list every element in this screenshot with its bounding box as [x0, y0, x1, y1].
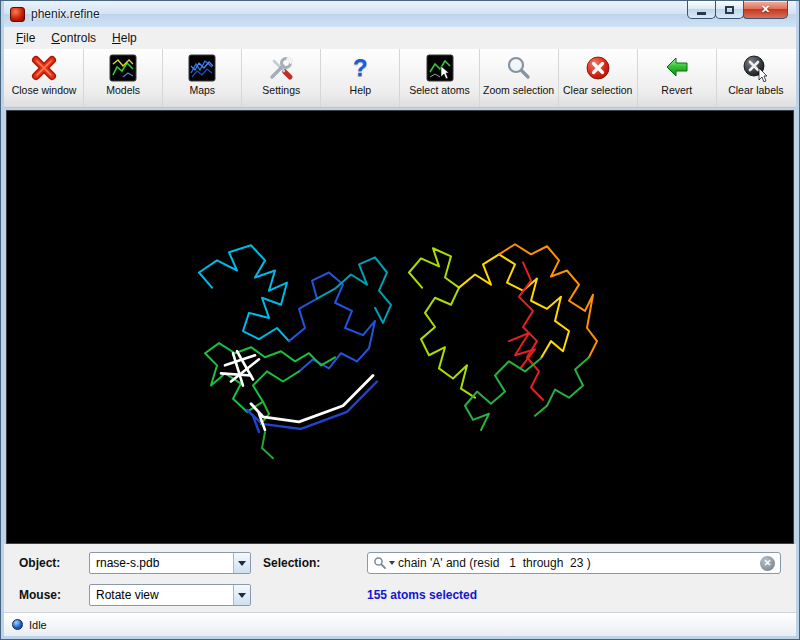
mouse-mode-dropdown-button[interactable]	[233, 585, 250, 605]
menu-bar: File Controls Help	[4, 27, 796, 49]
minimize-icon	[697, 12, 706, 15]
clear-labels-label: Clear labels	[728, 84, 783, 96]
maps-label: Maps	[189, 84, 215, 96]
object-select-dropdown-button[interactable]	[233, 553, 250, 573]
chevron-down-icon	[238, 561, 246, 566]
selection-input[interactable]: chain 'A' and (resid 1 through 23 ) ✕	[367, 552, 781, 574]
close-icon: ✕	[761, 3, 770, 16]
object-select[interactable]: rnase-s.pdb	[89, 552, 251, 574]
mouse-mode-select[interactable]: Rotate view	[89, 584, 251, 606]
zoom-selection-icon	[504, 52, 534, 84]
close-window-label: Close window	[12, 84, 77, 96]
object-label: Object:	[19, 556, 77, 570]
zoom-selection-label: Zoom selection	[483, 84, 554, 96]
select-atoms-button[interactable]: Select atoms	[400, 49, 479, 107]
close-button[interactable]: ✕	[743, 1, 788, 19]
object-select-value: rnase-s.pdb	[90, 556, 233, 570]
molecule-viewport[interactable]	[6, 110, 794, 544]
maximize-button[interactable]	[715, 1, 744, 19]
mouse-mode-value: Rotate view	[90, 588, 233, 602]
models-label: Models	[106, 84, 140, 96]
search-options-arrow-icon[interactable]	[389, 561, 395, 565]
window-title: phenix.refine	[31, 7, 100, 21]
status-text: Idle	[29, 619, 47, 631]
status-bar: Idle	[4, 612, 796, 636]
close-window-button[interactable]: Close window	[5, 49, 84, 107]
chevron-down-icon	[238, 593, 246, 598]
title-bar[interactable]: phenix.refine ✕	[4, 1, 796, 27]
settings-label: Settings	[262, 84, 300, 96]
menu-help[interactable]: Help	[104, 29, 145, 47]
minimize-button[interactable]	[687, 1, 716, 19]
protein-model-right	[409, 244, 597, 430]
atoms-selected-text: 155 atoms selected	[367, 588, 781, 602]
help-label: Help	[350, 84, 372, 96]
maps-button[interactable]: Maps	[163, 49, 242, 107]
selection-label: Selection:	[263, 556, 355, 570]
settings-button[interactable]: Settings	[242, 49, 321, 107]
search-icon	[373, 556, 387, 570]
revert-icon	[662, 52, 692, 84]
clear-labels-button[interactable]: Clear labels	[717, 49, 795, 107]
toolbar: Close window Models	[4, 49, 796, 108]
models-button[interactable]: Models	[84, 49, 163, 107]
mouse-label: Mouse:	[19, 588, 77, 602]
clear-input-button[interactable]: ✕	[760, 556, 775, 571]
phenix-refine-window: phenix.refine ✕ File Controls Help	[0, 0, 800, 640]
menu-controls[interactable]: Controls	[43, 29, 104, 47]
selection-highlight	[221, 351, 377, 458]
clear-selection-icon	[583, 52, 613, 84]
selection-input-value: chain 'A' and (resid 1 through 23 )	[398, 556, 760, 570]
settings-icon	[266, 52, 296, 84]
controls-panel: Object: rnase-s.pdb Selection: chain 'A'…	[4, 544, 796, 612]
maximize-icon	[725, 6, 734, 14]
status-led-icon	[12, 619, 23, 630]
close-window-icon	[29, 52, 59, 84]
models-icon	[108, 52, 138, 84]
maps-icon	[187, 52, 217, 84]
clear-labels-icon	[741, 52, 771, 84]
revert-button[interactable]: Revert	[638, 49, 717, 107]
revert-label: Revert	[661, 84, 692, 96]
select-atoms-icon	[425, 52, 455, 84]
zoom-selection-button[interactable]: Zoom selection	[480, 49, 559, 107]
help-icon: ?	[345, 52, 375, 84]
clear-selection-button[interactable]: Clear selection	[559, 49, 638, 107]
help-button[interactable]: ? Help	[321, 49, 400, 107]
clear-selection-label: Clear selection	[563, 84, 632, 96]
window-controls: ✕	[687, 1, 788, 19]
clear-input-icon: ✕	[764, 558, 772, 568]
select-atoms-label: Select atoms	[409, 84, 470, 96]
menu-file[interactable]: File	[8, 29, 43, 47]
app-icon	[10, 7, 25, 22]
